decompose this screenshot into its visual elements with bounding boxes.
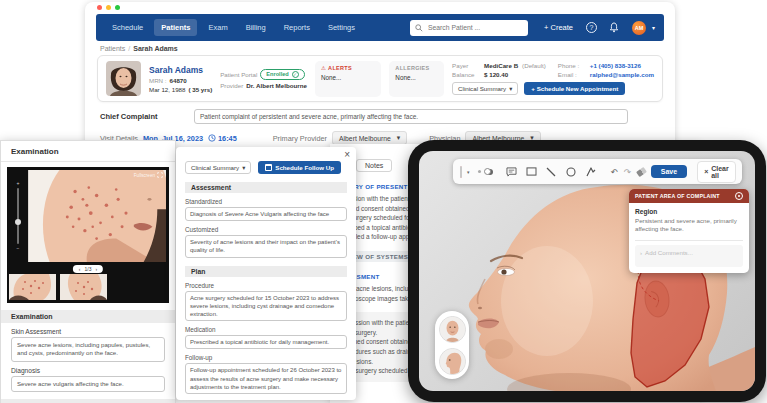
user-avatar[interactable]: AM — [632, 21, 646, 35]
popup-title: PATIENT AREA OF COMPLAINT — [635, 193, 720, 199]
side-view-button[interactable] — [439, 348, 466, 375]
patient-photo — [106, 61, 141, 96]
phone-value[interactable]: +1 (405) 838-3126 — [590, 62, 641, 69]
chief-complaint-input[interactable]: Patient complaint of persistent and seve… — [194, 109, 628, 124]
allergies-box: ALLERGIES None... — [389, 61, 444, 97]
notifications-bell-icon[interactable] — [609, 22, 619, 33]
close-window-icon[interactable] — [97, 5, 102, 10]
exam-photo[interactable] — [27, 170, 166, 262]
caret-down-icon: ▾ — [397, 134, 400, 142]
next-image-icon[interactable]: › — [95, 266, 97, 272]
diagnosis-field[interactable]: Severe acne vulgaris affecting the face. — [11, 376, 165, 392]
caret-down-icon: ▾ — [509, 85, 512, 92]
schedule-new-appointment-button[interactable]: + Schedule New Appointment — [524, 82, 625, 95]
patient-dob: Mar 12, 1988 — [149, 86, 185, 93]
patient-identity: Sarah Adams MRN :64870 Mar 12, 1988( 35 … — [149, 65, 212, 93]
examination-section-header: Examination — [1, 310, 175, 323]
front-view-button[interactable] — [439, 316, 466, 343]
eraser-icon[interactable] — [636, 166, 647, 176]
zoom-slider[interactable]: + − — [13, 181, 23, 251]
portal-status-badge: Enrolled ✓ — [260, 69, 304, 80]
skin-assessment-label: Skin Assessment — [11, 328, 165, 335]
prev-image-icon[interactable]: ‹ — [79, 266, 81, 272]
drawing-tools — [505, 164, 598, 179]
nav-item-schedule[interactable]: Schedule — [105, 19, 150, 36]
patient-area-of-complaint-popup: PATIENT AREA OF COMPLAINT Region Persist… — [629, 189, 749, 273]
maximize-window-icon[interactable] — [115, 5, 120, 10]
email-value[interactable]: ralphed@sample.com — [590, 71, 654, 78]
zoom-in-icon[interactable]: + — [17, 181, 20, 186]
nav-item-patients[interactable]: Patients — [154, 19, 197, 36]
procedure-field[interactable]: Acne surgery scheduled for 15 October 20… — [185, 291, 347, 322]
page-indicator: 1/3 — [85, 266, 92, 272]
primary-provider-label: Primary Provider — [273, 134, 327, 143]
followup-field[interactable]: Follow-up appointment scheduled for 26 O… — [185, 363, 347, 394]
minimize-window-icon[interactable] — [106, 5, 111, 10]
close-icon[interactable]: × — [344, 149, 350, 160]
comment-tool-icon[interactable] — [505, 164, 518, 179]
save-button[interactable]: Save — [651, 165, 687, 178]
clear-all-button[interactable]: × Clear all — [697, 161, 736, 183]
breadcrumb-separator: / — [128, 45, 130, 52]
help-icon[interactable]: ? — [586, 22, 597, 33]
search-input[interactable] — [426, 23, 516, 32]
screenshot-stage: Schedule Patients Exam Billing Reports S… — [0, 0, 767, 403]
exam-thumbnail-1[interactable] — [9, 274, 56, 300]
history-tools: ↶ ↷ — [611, 167, 646, 177]
redo-icon[interactable]: ↷ — [624, 167, 631, 177]
ellipse-tool-icon[interactable] — [565, 164, 578, 179]
calendar-icon — [265, 164, 272, 171]
image-pagination[interactable]: ‹ 1/3 › — [73, 265, 103, 273]
allergies-label: ALLERGIES — [395, 65, 438, 71]
exam-thumbnail-2[interactable] — [60, 274, 107, 300]
slider-knob[interactable] — [484, 168, 491, 175]
clock-icon — [208, 134, 216, 142]
nav-item-reports[interactable]: Reports — [277, 19, 317, 36]
clinical-summary-dropdown[interactable]: Clinical Summary ▾ — [452, 82, 518, 95]
customized-field[interactable]: Severity of acne lesions and their impac… — [185, 235, 347, 257]
nav-item-billing[interactable]: Billing — [239, 19, 273, 36]
patient-portal-provider: Patient Portal Enrolled ✓ ProviderDr. Al… — [220, 69, 307, 89]
window-titlebar — [85, 2, 675, 13]
line-tool-icon[interactable] — [545, 164, 558, 179]
balance-label: Balance — [452, 71, 480, 78]
tab-notes[interactable]: Notes — [356, 159, 392, 172]
undo-icon[interactable]: ↶ — [611, 167, 618, 177]
patient-billing-contact: PayerMediCare B(Default) Balance$ 120.40… — [452, 62, 654, 95]
payer-value: MediCare B — [484, 62, 518, 69]
color-caret-icon[interactable]: ▾ — [467, 169, 470, 175]
caret-down-icon: ▾ — [242, 164, 245, 171]
examination-panel: Examination — [0, 140, 176, 403]
target-icon[interactable] — [735, 192, 743, 200]
clinical-summary-select[interactable]: Clinical Summary ▾ — [185, 161, 251, 174]
fullscreen-control[interactable]: Fullscreen — [134, 172, 163, 178]
patient-age: ( 35 yrs) — [188, 86, 212, 93]
standardized-field[interactable]: Diagnosis of Severe Acne Vulgaris affect… — [185, 207, 347, 221]
patient-search-box[interactable] — [410, 20, 528, 36]
exam-image-viewer: Fullscreen + − ‹ 1/3 › — [7, 167, 169, 303]
main-window: Schedule Patients Exam Billing Reports S… — [85, 2, 675, 150]
breadcrumb-patients[interactable]: Patients — [100, 45, 125, 52]
add-comments-input[interactable]: › Add Comments... — [635, 245, 743, 267]
medication-label: Medication — [185, 326, 347, 333]
primary-provider-dropdown[interactable]: Albert Melbourne ▾ — [332, 131, 407, 145]
zoom-slider-knob[interactable] — [15, 219, 21, 225]
search-icon — [415, 24, 423, 32]
payer-suffix: (Default) — [522, 62, 546, 69]
breadcrumb: Patients / Sarah Adams — [100, 45, 660, 52]
visit-time[interactable]: 16:45 — [208, 134, 237, 143]
schedule-followup-button[interactable]: Schedule Follow Up — [258, 161, 341, 174]
mrn-value: 64870 — [170, 77, 187, 84]
rectangle-tool-icon[interactable] — [525, 164, 538, 179]
user-menu-caret-icon[interactable]: ▾ — [652, 24, 655, 31]
zoom-out-icon[interactable]: − — [17, 246, 20, 251]
stroke-width-slider[interactable] — [478, 169, 493, 175]
pen-tool-icon[interactable] — [585, 164, 598, 179]
nav-item-exam[interactable]: Exam — [201, 19, 234, 36]
top-navbar: Schedule Patients Exam Billing Reports S… — [96, 14, 664, 41]
create-button[interactable]: + Create — [544, 23, 573, 32]
color-swatch[interactable] — [460, 166, 462, 178]
medication-field[interactable]: Prescribed a topical antibiotic for dail… — [185, 335, 347, 349]
nav-item-settings[interactable]: Settings — [321, 19, 362, 36]
skin-assessment-field[interactable]: Severe acne lesions, including papules, … — [11, 337, 165, 362]
